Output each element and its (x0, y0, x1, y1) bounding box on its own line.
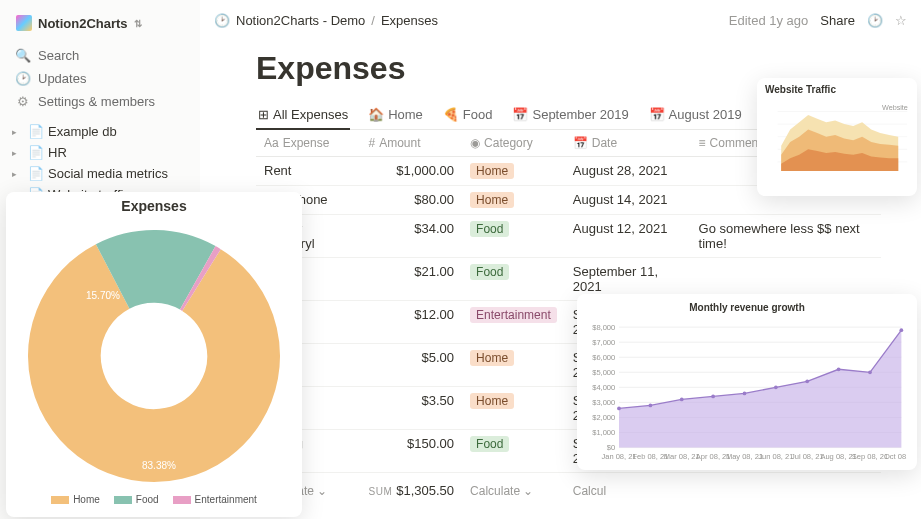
col-date[interactable]: 📅Date (565, 130, 691, 157)
col-amount[interactable]: #Amount (360, 130, 462, 157)
donut-label-home: 83.38% (142, 460, 176, 471)
clock-icon: 🕑 (16, 71, 30, 86)
svg-text:$4,000: $4,000 (592, 383, 615, 392)
sidebar-page-0[interactable]: ▸📄Example db (8, 121, 192, 142)
cell-amount[interactable]: $150.00 (360, 430, 462, 473)
cell-category[interactable]: Food (462, 430, 565, 473)
share-button[interactable]: Share (820, 13, 855, 28)
svg-text:$7,000: $7,000 (592, 338, 615, 347)
cell-date[interactable]: August 28, 2021 (565, 157, 691, 186)
clock-icon[interactable]: 🕑 (867, 13, 883, 28)
edited-timestamp: Edited 1y ago (729, 13, 809, 28)
col-expense[interactable]: AaExpense (256, 130, 360, 157)
traffic-chart-card[interactable]: Website Traffic Website traffic (757, 78, 917, 196)
cell-category[interactable]: Home (462, 157, 565, 186)
tab-label: Home (388, 107, 423, 122)
svg-point-24 (805, 379, 809, 383)
tab-food[interactable]: 🍕Food (441, 101, 495, 130)
star-icon[interactable]: ☆ (895, 13, 907, 28)
chevron-right-icon[interactable]: ▸ (12, 148, 24, 158)
svg-text:Website traffic: Website traffic (882, 103, 909, 112)
cell-category[interactable]: Food (462, 258, 565, 301)
table-row[interactable]: Dinner w/Cheryl $34.00 Food August 12, 2… (256, 215, 881, 258)
svg-text:$8,000: $8,000 (592, 323, 615, 332)
cell-amount[interactable]: $21.00 (360, 258, 462, 301)
svg-text:$5,000: $5,000 (592, 368, 615, 377)
sidebar-page-1[interactable]: ▸📄HR (8, 142, 192, 163)
chevron-updown-icon: ⇅ (134, 18, 142, 29)
donut-label-food: 15.70% (86, 290, 120, 301)
workspace-name: Notion2Charts (38, 16, 128, 31)
page-label: HR (48, 145, 67, 160)
topbar: 🕑 Notion2Charts - Demo / Expenses Edited… (200, 0, 921, 40)
svg-text:$2,000: $2,000 (592, 413, 615, 422)
cell-category[interactable]: Home (462, 186, 565, 215)
page-icon: 📄 (28, 145, 44, 160)
breadcrumb-icon: 🕑 (214, 13, 230, 28)
svg-text:Oct 08, 21: Oct 08, 21 (884, 452, 907, 461)
svg-point-22 (743, 391, 747, 395)
revenue-chart-card[interactable]: Monthly revenue growth $0$1,000$2,000$3,… (577, 294, 917, 470)
cell-category[interactable]: Entertainment (462, 301, 565, 344)
donut-chart-card[interactable]: Expenses 15.70% 83.38% Home Food Enterta… (6, 192, 302, 517)
page-icon: 📄 (28, 124, 44, 139)
tab-all-expenses[interactable]: ⊞All Expenses (256, 101, 350, 130)
cell-amount[interactable]: $1,000.00 (360, 157, 462, 186)
donut-title: Expenses (14, 198, 294, 214)
revenue-title: Monthly revenue growth (587, 302, 907, 313)
cell-date[interactable]: August 14, 2021 (565, 186, 691, 215)
tab-august-2019[interactable]: 📅August 2019 (647, 101, 744, 130)
tab-label: Food (463, 107, 493, 122)
traffic-title: Website Traffic (765, 84, 909, 95)
tab-icon: 📅 (649, 107, 665, 122)
cell-amount[interactable]: $12.00 (360, 301, 462, 344)
breadcrumb-current[interactable]: Expenses (381, 13, 438, 28)
workspace-switcher[interactable]: Notion2Charts ⇅ (8, 12, 192, 34)
search-icon: 🔍 (16, 48, 30, 63)
nav-updates[interactable]: 🕑 Updates (8, 67, 192, 90)
cell-category[interactable]: Home (462, 387, 565, 430)
workspace-logo (16, 15, 32, 31)
tab-icon: 📅 (512, 107, 528, 122)
cell-category[interactable]: Home (462, 344, 565, 387)
col-category[interactable]: ◉Category (462, 130, 565, 157)
breadcrumb[interactable]: 🕑 Notion2Charts - Demo / Expenses (214, 13, 438, 28)
cell-amount[interactable]: $34.00 (360, 215, 462, 258)
cell-amount[interactable]: $3.50 (360, 387, 462, 430)
nav-search[interactable]: 🔍 Search (8, 44, 192, 67)
breadcrumb-parent[interactable]: Notion2Charts - Demo (236, 13, 365, 28)
cell-comment[interactable]: Go somewhere less $$ next time! (691, 215, 881, 258)
nav-settings[interactable]: ⚙ Settings & members (8, 90, 192, 113)
tab-september-2019[interactable]: 📅September 2019 (510, 101, 630, 130)
tab-icon: 🏠 (368, 107, 384, 122)
revenue-chart: $0$1,000$2,000$3,000$4,000$5,000$6,000$7… (587, 319, 907, 467)
sum-amount[interactable]: SUM$1,305.50 (360, 473, 462, 505)
svg-text:$3,000: $3,000 (592, 398, 615, 407)
calc-date[interactable]: Calcul (573, 484, 606, 498)
svg-point-25 (837, 367, 841, 371)
tab-label: August 2019 (669, 107, 742, 122)
cell-category[interactable]: Food (462, 215, 565, 258)
svg-point-20 (680, 398, 684, 402)
calc-category[interactable]: Calculate ⌄ (470, 484, 533, 498)
nav-settings-label: Settings & members (38, 94, 155, 109)
nav-updates-label: Updates (38, 71, 86, 86)
tab-home[interactable]: 🏠Home (366, 101, 425, 130)
chevron-right-icon[interactable]: ▸ (12, 169, 24, 179)
svg-text:Jun 08, 21: Jun 08, 21 (758, 452, 793, 461)
chevron-right-icon[interactable]: ▸ (12, 127, 24, 137)
cell-amount[interactable]: $5.00 (360, 344, 462, 387)
svg-text:Jan 08, 21: Jan 08, 21 (601, 452, 636, 461)
tab-label: September 2019 (532, 107, 628, 122)
cell-date[interactable]: August 12, 2021 (565, 215, 691, 258)
traffic-chart: Website traffic (765, 99, 909, 187)
breadcrumb-separator: / (371, 13, 375, 28)
sidebar-page-2[interactable]: ▸📄Social media metrics (8, 163, 192, 184)
cell-amount[interactable]: $80.00 (360, 186, 462, 215)
svg-text:Mar 08, 21: Mar 08, 21 (664, 452, 700, 461)
tab-icon: 🍕 (443, 107, 459, 122)
cell-expense[interactable]: Rent (256, 157, 360, 186)
svg-text:$6,000: $6,000 (592, 353, 615, 362)
page-label: Example db (48, 124, 117, 139)
svg-point-26 (868, 370, 872, 374)
